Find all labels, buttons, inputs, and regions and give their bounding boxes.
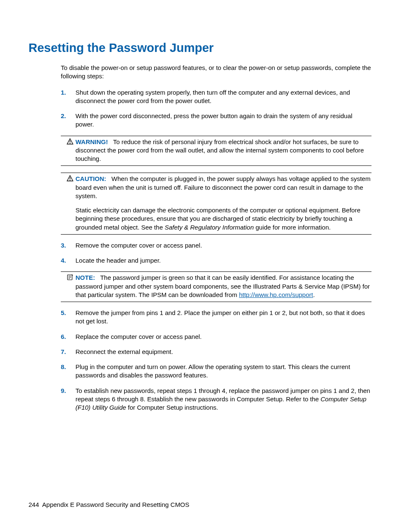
step-5: 5. Remove the jumper from pins 1 and 2. …	[61, 309, 371, 326]
warning-label: WARNING!	[75, 138, 108, 145]
step-text: Plug in the computer and turn on power. …	[75, 363, 350, 379]
note-icon	[67, 274, 73, 281]
svg-point-3	[70, 180, 70, 181]
step-number: 7.	[61, 348, 66, 356]
step-text: Shut down the operating system properly,…	[75, 89, 350, 104]
warning-icon	[67, 138, 73, 145]
step-number: 4.	[61, 256, 66, 265]
note-text-b: .	[313, 291, 315, 298]
step-text: With the power cord disconnected, press …	[75, 112, 352, 128]
caution-label: CAUTION:	[75, 175, 106, 182]
step-text: Remove the jumper from pins 1 and 2. Pla…	[75, 309, 365, 325]
caution-italic: Safety & Regulatory Information	[165, 224, 254, 231]
page-title: Resetting the Password Jumper	[29, 40, 371, 56]
step-number: 5.	[61, 309, 66, 317]
caution-text-1: When the computer is plugged in, the pow…	[75, 175, 371, 199]
step-3: 3. Remove the computer cover or access p…	[61, 241, 371, 250]
note-callout: NOTE: The password jumper is green so th…	[61, 271, 371, 302]
page-footer: 244 Appendix E Password Security and Res…	[29, 501, 190, 509]
step-6: 6. Replace the computer cover or access …	[61, 333, 371, 341]
support-link[interactable]: http://www.hp.com/support	[239, 291, 313, 298]
step-8: 8. Plug in the computer and turn on powe…	[61, 363, 371, 380]
step-9: 9. To establish new passwords, repeat st…	[61, 387, 371, 412]
caution-text-2b: guide for more information.	[254, 224, 330, 231]
step-number: 9.	[61, 387, 66, 395]
step-text: Replace the computer cover or access pan…	[75, 333, 202, 340]
step-text: Reconnect the external equipment.	[75, 348, 173, 355]
step-number: 3.	[61, 241, 66, 250]
caution-icon	[67, 175, 73, 182]
step-4: 4. Locate the header and jumper.	[61, 256, 371, 265]
warning-callout: WARNING! To reduce the risk of personal …	[61, 136, 371, 166]
step-number: 6.	[61, 333, 66, 341]
svg-point-1	[70, 143, 70, 144]
step-number: 2.	[61, 112, 66, 120]
caution-callout: CAUTION: When the computer is plugged in…	[61, 173, 371, 235]
step-number: 8.	[61, 363, 66, 371]
page-number: 244	[29, 501, 39, 508]
warning-text: To reduce the risk of personal injury fr…	[75, 138, 364, 163]
step-text-b: for Computer Setup instructions.	[126, 404, 218, 411]
note-text-a: The password jumper is green so that it …	[75, 274, 370, 298]
step-7: 7. Reconnect the external equipment.	[61, 348, 371, 356]
note-label: NOTE:	[75, 274, 95, 281]
step-text: Remove the computer cover or access pane…	[75, 242, 202, 249]
step-1: 1. Shut down the operating system proper…	[61, 88, 371, 106]
intro-text: To disable the power-on or setup passwor…	[61, 64, 371, 81]
step-2: 2. With the power cord disconnected, pre…	[61, 112, 371, 129]
step-number: 1.	[61, 88, 66, 97]
step-text: Locate the header and jumper.	[75, 257, 161, 264]
appendix-label: Appendix E Password Security and Resetti…	[42, 501, 190, 508]
